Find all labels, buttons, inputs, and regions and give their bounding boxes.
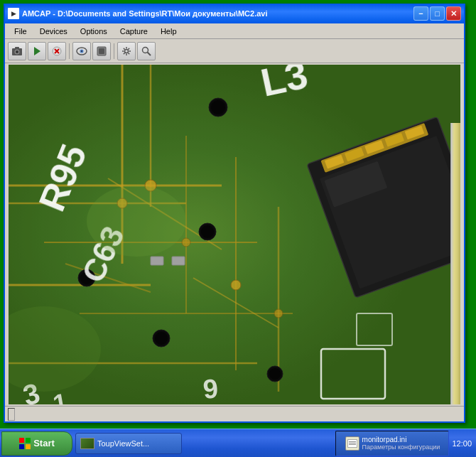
- svg-point-10: [81, 50, 82, 52]
- system-tray: monitorpad.ini Параметры конфигурации 12…: [331, 431, 476, 456]
- taskbar-item-label: ToupViewSet...: [97, 439, 149, 448]
- menu-devices[interactable]: Devices: [33, 25, 74, 38]
- svg-point-22: [143, 47, 148, 53]
- svg-rect-78: [19, 444, 24, 449]
- svg-rect-73: [172, 257, 185, 265]
- stop-button[interactable]: [48, 42, 66, 60]
- tray-item-filename: monitorpad.ini: [362, 436, 440, 443]
- svg-rect-72: [151, 257, 163, 265]
- taskbar-item-thumbnail: [80, 438, 94, 449]
- svg-rect-12: [99, 48, 104, 54]
- svg-point-52: [155, 332, 168, 345]
- menu-help[interactable]: Help: [154, 25, 183, 38]
- app-window: ▶ AMCAP - D:\Documents and Settings\RT\М…: [4, 4, 465, 423]
- svg-rect-77: [26, 438, 31, 443]
- svg-rect-79: [26, 444, 31, 449]
- close-button[interactable]: ✕: [446, 6, 461, 21]
- menu-options[interactable]: Options: [74, 25, 114, 38]
- svg-point-54: [269, 368, 281, 380]
- settings-button[interactable]: [117, 42, 136, 60]
- taskbar: Start ToupViewSet... monitorpad.ini: [0, 429, 476, 457]
- svg-line-21: [124, 53, 125, 54]
- camera-button[interactable]: [8, 42, 26, 60]
- svg-point-42: [182, 238, 190, 247]
- svg-line-23: [148, 52, 151, 55]
- taskbar-tray-item[interactable]: monitorpad.ini Параметры конфигурации: [335, 431, 449, 456]
- system-clock: 12:00: [452, 439, 472, 448]
- zoom-button[interactable]: [137, 42, 156, 60]
- svg-line-20: [128, 48, 129, 49]
- menu-file[interactable]: File: [8, 25, 33, 38]
- status-bar: [5, 406, 464, 421]
- menu-bar: File Devices Options Capture Help: [5, 23, 464, 39]
- right-edge-strip: [450, 123, 460, 404]
- title-bar: ▶ AMCAP - D:\Documents and Settings\RT\М…: [5, 4, 464, 23]
- minimize-button[interactable]: −: [413, 6, 428, 21]
- window-controls: − □ ✕: [413, 6, 461, 21]
- play-button[interactable]: [28, 42, 46, 60]
- svg-rect-3: [15, 47, 19, 49]
- menu-capture[interactable]: Capture: [114, 25, 154, 38]
- record-button[interactable]: [92, 42, 111, 60]
- taskbar-items: ToupViewSet...: [72, 433, 331, 454]
- svg-point-44: [274, 309, 283, 318]
- status-text: [8, 408, 15, 421]
- start-label: Start: [33, 438, 55, 448]
- toolbar: [5, 39, 464, 63]
- start-button[interactable]: Start: [1, 431, 72, 456]
- svg-point-74: [87, 186, 186, 257]
- svg-line-19: [128, 53, 129, 54]
- svg-point-48: [201, 225, 214, 238]
- svg-point-46: [211, 100, 225, 114]
- svg-rect-76: [19, 438, 24, 443]
- tray-item-desc: Параметры конфигурации: [362, 443, 440, 451]
- maximize-button[interactable]: □: [430, 6, 445, 21]
- svg-point-2: [16, 50, 18, 53]
- view-button[interactable]: [72, 42, 91, 60]
- app-icon: ▶: [8, 8, 19, 19]
- svg-line-18: [124, 48, 125, 49]
- separator-2: [114, 43, 114, 59]
- taskbar-item-toupview[interactable]: ToupViewSet...: [75, 433, 182, 454]
- svg-marker-4: [34, 47, 40, 55]
- svg-point-13: [125, 49, 129, 53]
- svg-point-43: [231, 280, 241, 290]
- video-display: R95 C63 L3 3 1 9: [9, 65, 460, 404]
- svg-text:9: 9: [202, 373, 220, 404]
- separator-1: [69, 43, 70, 59]
- window-title: AMCAP - D:\Documents and Settings\RT\Мои…: [22, 9, 411, 18]
